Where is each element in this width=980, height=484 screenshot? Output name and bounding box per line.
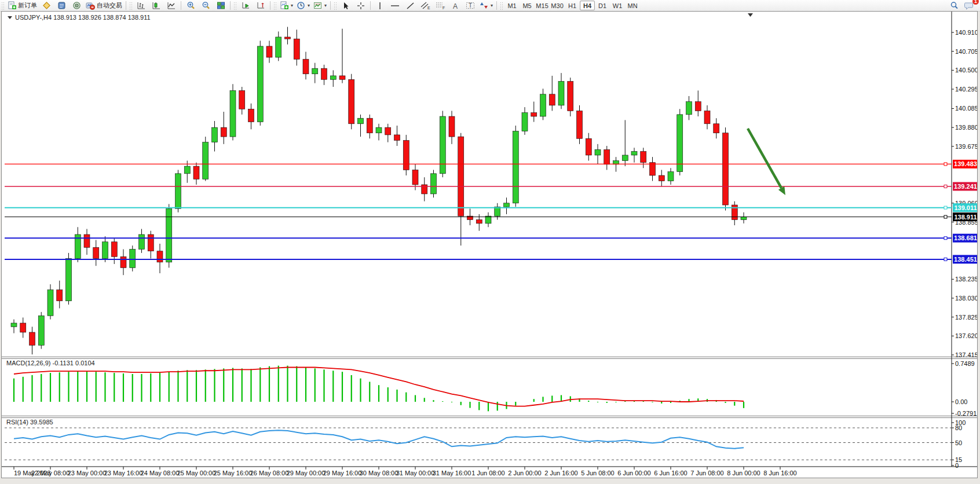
candle-body: [230, 90, 236, 137]
trendline-button[interactable]: [403, 0, 418, 11]
notifications-button[interactable]: 1: [961, 0, 977, 11]
candle-body: [577, 111, 583, 138]
svg-text:50: 50: [955, 439, 962, 446]
toolbar-grip[interactable]: [129, 2, 133, 10]
line-chart-type-button[interactable]: [164, 0, 179, 11]
zoom-out-button[interactable]: [198, 0, 213, 11]
timeframe-m1-button[interactable]: M1: [504, 1, 520, 10]
fibonacci-button[interactable]: F: [433, 0, 448, 11]
candle-body: [513, 131, 518, 203]
auto-trading-button[interactable]: 自动交易: [84, 0, 124, 11]
auto-scroll-button[interactable]: [238, 0, 253, 11]
candle-body: [714, 124, 719, 133]
candle-body: [111, 242, 117, 256]
time-axis-label: 23 May 00:00: [68, 470, 107, 476]
svg-text:139.011: 139.011: [954, 204, 977, 211]
timeframe-m15-button[interactable]: M15: [535, 1, 550, 10]
clock-icon: [297, 1, 305, 10]
candle-body: [631, 152, 637, 155]
toolbar-grip[interactable]: [233, 2, 237, 10]
arrow-objects-icon: [480, 1, 488, 10]
candle-body: [38, 316, 44, 345]
svg-text:139.483: 139.483: [954, 160, 977, 167]
market-watch-button[interactable]: [39, 0, 54, 11]
chart-shift-button[interactable]: [253, 0, 268, 11]
mt4-application: 新订单: [0, 0, 980, 484]
auto-trading-label: 自动交易: [97, 1, 122, 10]
candle-body: [741, 217, 747, 220]
candle-body: [203, 142, 209, 179]
search-button[interactable]: [946, 0, 961, 11]
arrows-button[interactable]: ▾: [478, 0, 495, 11]
svg-text:140.705: 140.705: [955, 48, 977, 55]
vertical-line-icon: [376, 2, 383, 10]
main-toolbar: 新订单: [0, 0, 980, 12]
candle-body: [103, 242, 108, 259]
candle-body: [604, 149, 610, 164]
timeframe-mn-button[interactable]: MN: [625, 1, 640, 10]
timeframe-h1-button[interactable]: H1: [565, 1, 580, 10]
candle-body: [303, 59, 309, 74]
cursor-button[interactable]: [338, 0, 353, 11]
candlestick-chart-type-button[interactable]: [149, 0, 164, 11]
periods-button[interactable]: ▾: [295, 0, 312, 11]
toolbar-grip[interactable]: [1, 2, 5, 10]
text-label-button[interactable]: T: [463, 0, 478, 11]
bar-chart-type-button[interactable]: [134, 0, 149, 11]
timeframe-h4-button[interactable]: H4: [580, 1, 595, 10]
toolbar-grip[interactable]: [500, 2, 503, 10]
candle-body: [668, 172, 674, 181]
navigator-button[interactable]: [69, 0, 84, 11]
svg-text:138.030: 138.030: [955, 295, 977, 302]
timeframe-m5-button[interactable]: M5: [520, 1, 535, 10]
horizontal-line-button[interactable]: [387, 0, 403, 11]
candle-body: [184, 166, 190, 174]
chart-canvas[interactable]: 140.910140.705140.500140.295140.085139.8…: [2, 12, 977, 478]
data-window-button[interactable]: [54, 0, 69, 11]
chart-title: USDJPY-,H4 138.913 138.926 138.874 138.9…: [8, 14, 151, 21]
svg-text:138.451: 138.451: [954, 256, 977, 263]
cursor-icon: [342, 2, 350, 10]
template-icon: [313, 1, 322, 10]
zoom-in-button[interactable]: [183, 0, 198, 11]
tile-windows-button[interactable]: [213, 0, 228, 11]
fibonacci-icon: F: [436, 1, 445, 10]
time-axis-label: 6 Jun 00:00: [617, 470, 651, 476]
candle-body: [57, 290, 63, 301]
candle-body: [175, 174, 181, 209]
candle-body: [440, 116, 445, 174]
candle-body: [549, 94, 555, 105]
candle-body: [641, 152, 646, 163]
timeframe-m30-button[interactable]: M30: [550, 1, 565, 10]
toolbar-grip[interactable]: [273, 2, 277, 10]
crosshair-button[interactable]: [353, 0, 368, 11]
candle-body: [659, 175, 664, 181]
time-axis-label: 30 May 08:00: [360, 470, 398, 476]
channel-button[interactable]: E: [418, 0, 433, 11]
candle-body: [321, 68, 327, 79]
candle-body: [84, 234, 90, 247]
new-order-button[interactable]: 新订单: [6, 0, 39, 11]
time-axis-label: 29 May 16:00: [323, 470, 362, 476]
svg-text:137.415: 137.415: [955, 351, 977, 358]
candle-body: [20, 323, 26, 332]
timeframe-w1-button[interactable]: W1: [610, 1, 625, 10]
bar-chart-icon: [137, 1, 146, 10]
auto-scroll-icon: [242, 1, 250, 10]
timeframe-d1-button[interactable]: D1: [595, 1, 610, 10]
text-button[interactable]: A: [448, 0, 463, 11]
chart-expander-icon[interactable]: [8, 16, 12, 19]
candle-body: [403, 140, 409, 170]
time-axis-label: 6 Jun 16:00: [654, 470, 688, 476]
indicators-button[interactable]: ▾: [278, 0, 295, 11]
time-axis-label: 22 May 08:00: [31, 470, 70, 476]
time-axis-label: 31 May 00:00: [396, 470, 435, 476]
zoom-in-icon: [187, 1, 195, 10]
candle-body: [157, 251, 163, 262]
templates-button[interactable]: ▾: [312, 0, 328, 11]
vertical-line-button[interactable]: [372, 0, 387, 11]
candle-body: [120, 256, 126, 267]
toolbar-grip[interactable]: [334, 2, 337, 10]
line-handle: [944, 258, 947, 261]
candle-body: [276, 37, 281, 57]
